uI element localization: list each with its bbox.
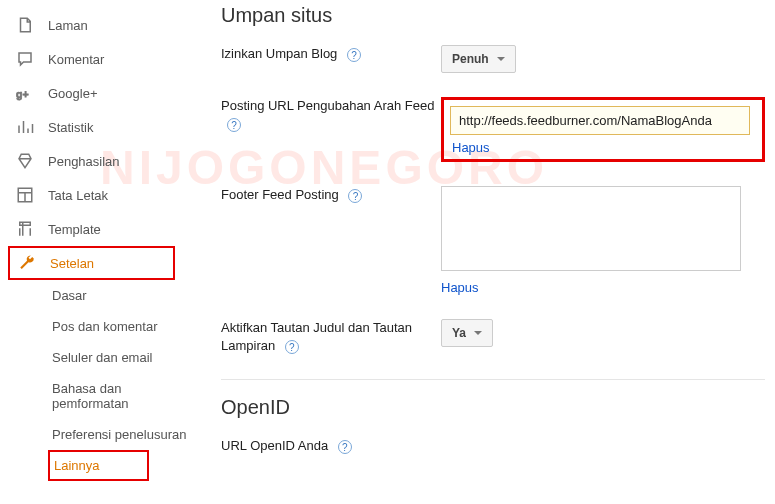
subitem-dasar[interactable]: Dasar	[48, 280, 195, 311]
sidebar-item-template[interactable]: Template	[0, 212, 195, 246]
label-openid-url: URL OpenID Anda	[221, 438, 328, 453]
sidebar-item-label: Komentar	[48, 52, 104, 67]
google-plus-icon: g+	[16, 84, 34, 102]
dropdown-enclosure[interactable]: Ya	[441, 319, 493, 347]
label-footer-feed: Footer Feed Posting	[221, 187, 339, 202]
dropdown-allow-feed[interactable]: Penuh	[441, 45, 516, 73]
caret-down-icon	[497, 57, 505, 61]
sidebar: Laman Komentar g+ Google+ Statistik Peng…	[0, 0, 195, 489]
sidebar-item-statistik[interactable]: Statistik	[0, 110, 195, 144]
sidebar-item-laman[interactable]: Laman	[0, 8, 195, 42]
input-redirect-url[interactable]	[450, 106, 750, 135]
sidebar-item-tataletak[interactable]: Tata Letak	[0, 178, 195, 212]
subitem-bahasa[interactable]: Bahasa dan pemformatan	[48, 373, 195, 419]
help-icon[interactable]: ?	[347, 48, 361, 62]
earnings-icon	[16, 152, 34, 170]
section-title-umpan: Umpan situs	[221, 4, 765, 27]
help-icon[interactable]: ?	[348, 189, 362, 203]
label-enclosure: Aktifkan Tautan Judul dan Tautan Lampira…	[221, 320, 412, 353]
section-title-openid: OpenID	[221, 396, 765, 419]
highlight-redirect-input: Hapus	[441, 97, 765, 162]
sidebar-item-label: Laman	[48, 18, 88, 33]
sidebar-item-penghasilan[interactable]: Penghasilan	[0, 144, 195, 178]
textarea-footer-feed[interactable]	[441, 186, 741, 271]
layout-icon	[16, 186, 34, 204]
help-icon[interactable]: ?	[227, 118, 241, 132]
label-redirect-url: Posting URL Pengubahan Arah Feed	[221, 98, 434, 113]
sidebar-item-setelan[interactable]: Setelan	[14, 252, 169, 274]
section-separator	[221, 379, 765, 380]
dropdown-value: Penuh	[452, 52, 489, 66]
dropdown-value: Ya	[452, 326, 466, 340]
sidebar-item-komentar[interactable]: Komentar	[0, 42, 195, 76]
comment-icon	[16, 50, 34, 68]
caret-down-icon	[474, 331, 482, 335]
highlight-setelan: Setelan	[8, 246, 175, 280]
subitem-lainnya[interactable]: Lainnya	[54, 456, 143, 475]
help-icon[interactable]: ?	[285, 340, 299, 354]
sidebar-item-label: Setelan	[50, 256, 94, 271]
subitem-pos-komentar[interactable]: Pos dan komentar	[48, 311, 195, 342]
sidebar-item-label: Template	[48, 222, 101, 237]
subitem-seluler-email[interactable]: Seluler dan email	[48, 342, 195, 373]
sidebar-item-label: Penghasilan	[48, 154, 120, 169]
subitem-preferensi[interactable]: Preferensi penelusuran	[48, 419, 195, 450]
sidebar-item-label: Google+	[48, 86, 98, 101]
stats-icon	[16, 118, 34, 136]
sidebar-item-label: Statistik	[48, 120, 94, 135]
sidebar-item-label: Tata Letak	[48, 188, 108, 203]
sidebar-item-googleplus[interactable]: g+ Google+	[0, 76, 195, 110]
sidebar-subitems: Dasar Pos dan komentar Seluler dan email…	[0, 280, 195, 481]
template-icon	[16, 220, 34, 238]
highlight-lainnya: Lainnya	[48, 450, 149, 481]
page-icon	[16, 16, 34, 34]
link-delete-redirect[interactable]: Hapus	[452, 140, 490, 155]
label-allow-feed: Izinkan Umpan Blog	[221, 46, 337, 61]
wrench-icon	[18, 254, 36, 272]
link-delete-footer[interactable]: Hapus	[441, 280, 479, 295]
svg-text:g+: g+	[16, 88, 29, 100]
main-content: Umpan situs Izinkan Umpan Blog ? Penuh P…	[195, 0, 775, 489]
help-icon[interactable]: ?	[338, 440, 352, 454]
